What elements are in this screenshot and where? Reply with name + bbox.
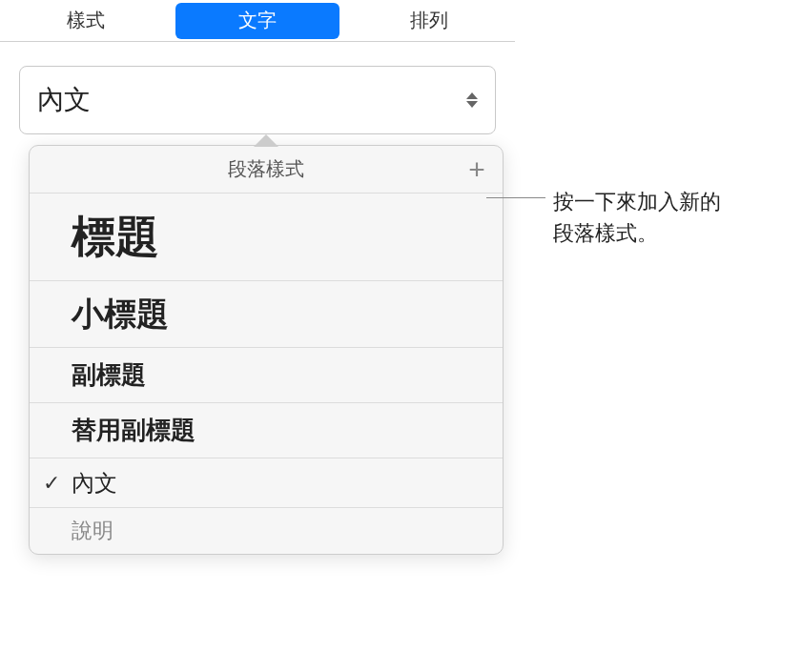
- style-item-label: 替用副標題: [72, 414, 195, 447]
- dropdown-selected-label: 內文: [37, 82, 91, 118]
- style-item-label: 內文: [72, 468, 117, 499]
- paragraph-style-dropdown[interactable]: 內文: [19, 66, 496, 134]
- style-item-label: 標題: [72, 208, 159, 267]
- style-item[interactable]: 替用副標題: [30, 403, 503, 458]
- popover-title: 段落樣式: [228, 156, 304, 182]
- checkmark-icon: ✓: [43, 471, 60, 496]
- tab-style[interactable]: 樣式: [4, 3, 168, 39]
- style-item[interactable]: 說明: [30, 508, 503, 554]
- paragraph-styles-popover: 段落樣式 + 標題小標題副標題替用副標題✓內文說明: [29, 145, 504, 555]
- chevron-updown-icon: [466, 92, 478, 108]
- style-item-label: 說明: [72, 517, 113, 545]
- style-list: 標題小標題副標題替用副標題✓內文說明: [30, 193, 503, 554]
- add-style-button[interactable]: +: [464, 157, 489, 182]
- callout-leader-line: [486, 197, 545, 198]
- style-item[interactable]: 標題: [30, 193, 503, 281]
- style-item[interactable]: 副標題: [30, 348, 503, 403]
- tab-text[interactable]: 文字: [175, 3, 339, 39]
- style-item[interactable]: ✓內文: [30, 458, 503, 508]
- tab-arrange[interactable]: 排列: [347, 3, 511, 39]
- popover-header: 段落樣式 +: [30, 146, 503, 193]
- style-item-label: 小標題: [72, 293, 169, 336]
- callout-text: 按一下來加入新的 段落樣式。: [553, 186, 721, 249]
- style-item-label: 副標題: [72, 358, 146, 392]
- plus-icon: +: [468, 155, 485, 184]
- tab-bar: 樣式 文字 排列: [0, 0, 515, 42]
- inspector-panel: 樣式 文字 排列 內文 段落樣式 + 標題小標題副標題替用副標題✓內文說明: [0, 0, 515, 134]
- style-item[interactable]: 小標題: [30, 281, 503, 348]
